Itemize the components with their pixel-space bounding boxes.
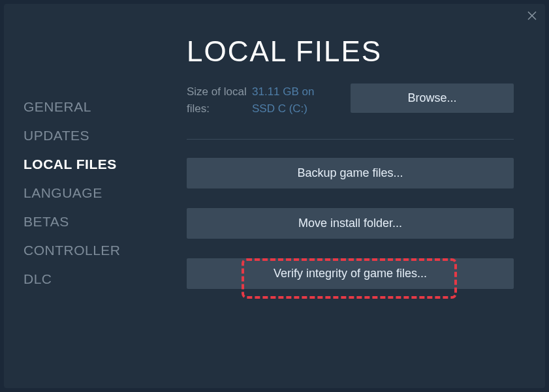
sidebar-item-local-files[interactable]: LOCAL FILES bbox=[24, 150, 155, 179]
size-value: 31.11 GB on SSD C (C:) bbox=[252, 83, 337, 117]
sidebar-item-controller[interactable]: CONTROLLER bbox=[24, 236, 155, 265]
sidebar-item-language[interactable]: LANGUAGE bbox=[24, 179, 155, 207]
sidebar-item-dlc[interactable]: DLC bbox=[24, 265, 155, 294]
sidebar-nav: GENERAL UPDATES LOCAL FILES LANGUAGE BET… bbox=[4, 4, 155, 388]
close-icon bbox=[527, 10, 537, 21]
sidebar-item-updates[interactable]: UPDATES bbox=[24, 121, 155, 150]
move-install-folder-button[interactable]: Move install folder... bbox=[187, 208, 514, 239]
close-button[interactable] bbox=[524, 8, 540, 23]
sidebar-item-general[interactable]: GENERAL bbox=[24, 93, 155, 121]
main-panel: LOCAL FILES Size of local files: 31.11 G… bbox=[155, 4, 545, 388]
sidebar-item-betas[interactable]: BETAS bbox=[24, 207, 155, 236]
backup-game-files-button[interactable]: Backup game files... bbox=[187, 158, 514, 188]
size-label: Size of local files: bbox=[187, 83, 252, 117]
properties-dialog: GENERAL UPDATES LOCAL FILES LANGUAGE BET… bbox=[4, 4, 545, 388]
page-title: LOCAL FILES bbox=[187, 35, 514, 68]
local-files-info-row: Size of local files: 31.11 GB on SSD C (… bbox=[187, 83, 514, 140]
verify-integrity-button[interactable]: Verify integrity of game files... bbox=[187, 258, 514, 289]
browse-button[interactable]: Browse... bbox=[351, 83, 514, 113]
